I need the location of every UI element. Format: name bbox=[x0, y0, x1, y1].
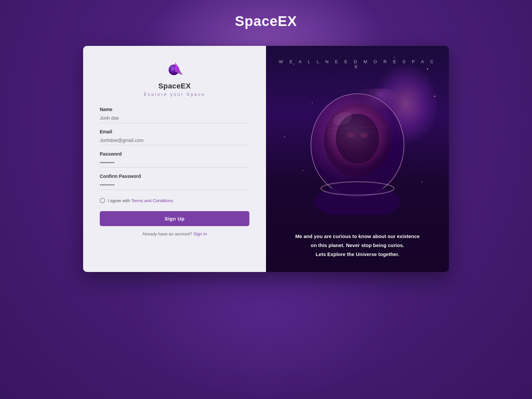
logo-icon bbox=[165, 59, 185, 79]
brand-tagline: Explore your Space bbox=[144, 92, 205, 97]
main-container: SpaceEX Explore your Space Name Email Pa… bbox=[83, 46, 449, 272]
signin-link[interactable]: Sign In bbox=[194, 231, 207, 236]
confirm-password-label: Confirm Password bbox=[100, 174, 249, 179]
tagline-line1: Me and you are curious to know about our… bbox=[295, 232, 420, 241]
terms-checkbox[interactable] bbox=[100, 198, 105, 203]
email-label: Email bbox=[100, 129, 249, 134]
astronaut-helmet bbox=[301, 89, 414, 216]
confirm-password-field-group: Confirm Password bbox=[100, 174, 249, 190]
name-label: Name bbox=[100, 107, 249, 112]
tagline-bottom: Me and you are curious to know about our… bbox=[295, 232, 420, 259]
logo-container: SpaceEX Explore your Space bbox=[144, 59, 205, 97]
form-fields: Name Email Password Confirm Password I a… bbox=[100, 107, 249, 203]
email-field-group: Email bbox=[100, 129, 249, 145]
email-input[interactable] bbox=[100, 136, 249, 145]
form-panel: SpaceEX Explore your Space Name Email Pa… bbox=[83, 46, 266, 272]
brand-name: SpaceEX bbox=[158, 82, 191, 90]
confirm-password-input[interactable] bbox=[100, 180, 249, 190]
password-input[interactable] bbox=[100, 158, 249, 168]
signin-row: Already have an account? Sign In bbox=[142, 231, 207, 236]
image-panel: W E A L L N E E D M O R E S P A C E Me a… bbox=[266, 46, 449, 272]
tagline-line2: on this planet. Never stop being curios. bbox=[295, 241, 420, 250]
svg-point-7 bbox=[360, 133, 368, 138]
svg-point-10 bbox=[314, 185, 401, 215]
terms-text: I agree with Terms and Conditions bbox=[108, 198, 173, 203]
name-input[interactable] bbox=[100, 113, 249, 123]
password-label: Password bbox=[100, 151, 249, 157]
svg-point-6 bbox=[347, 133, 355, 138]
tagline-top: W E A L L N E E D M O R E S P A C E bbox=[276, 59, 439, 69]
tagline-line3: Lets Explore the Universe together. bbox=[295, 250, 420, 259]
terms-link[interactable]: Terms and Conditions bbox=[131, 198, 173, 203]
name-field-group: Name bbox=[100, 107, 249, 123]
terms-row: I agree with Terms and Conditions bbox=[100, 198, 249, 203]
password-field-group: Password bbox=[100, 151, 249, 168]
page-title: SpaceEX bbox=[235, 13, 297, 29]
signup-button[interactable]: Sign Up bbox=[100, 211, 249, 226]
